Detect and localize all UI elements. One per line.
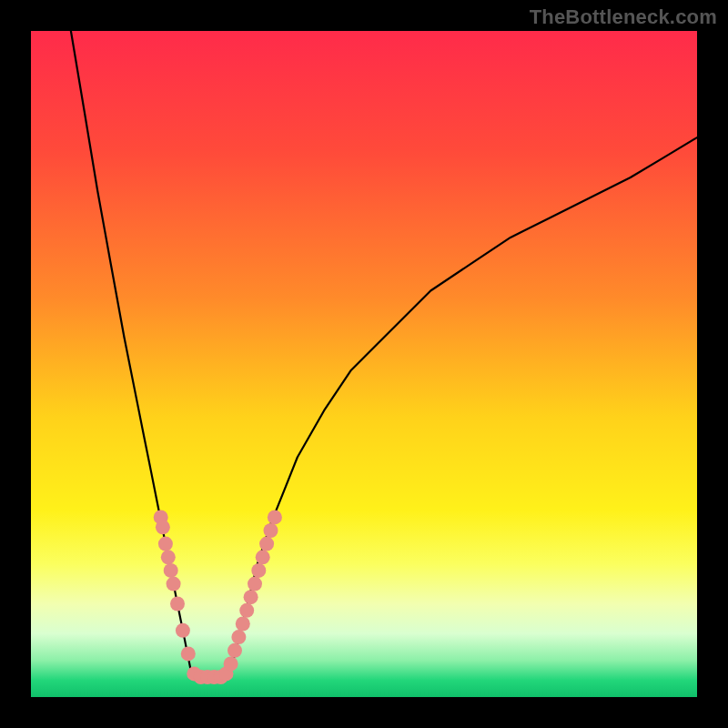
data-marker (170, 597, 185, 612)
data-marker (158, 537, 173, 551)
chart-container: TheBottleneck.com (0, 0, 728, 728)
data-marker (264, 523, 278, 538)
data-marker (268, 510, 282, 524)
data-marker (236, 617, 250, 632)
data-marker (167, 577, 181, 592)
data-marker (259, 537, 274, 551)
data-marker (256, 550, 270, 564)
data-marker (244, 590, 258, 604)
data-marker (239, 603, 254, 618)
data-marker (161, 550, 176, 564)
data-marker (251, 563, 266, 578)
data-marker (156, 520, 170, 534)
data-marker (231, 630, 246, 644)
plot-background (31, 31, 697, 697)
data-marker (164, 563, 178, 578)
data-marker (228, 643, 242, 658)
data-marker (176, 623, 190, 638)
data-marker (181, 646, 196, 661)
data-marker (248, 577, 262, 592)
data-marker (224, 656, 238, 671)
watermark-text: TheBottleneck.com (530, 5, 717, 29)
chart-svg (0, 0, 728, 728)
